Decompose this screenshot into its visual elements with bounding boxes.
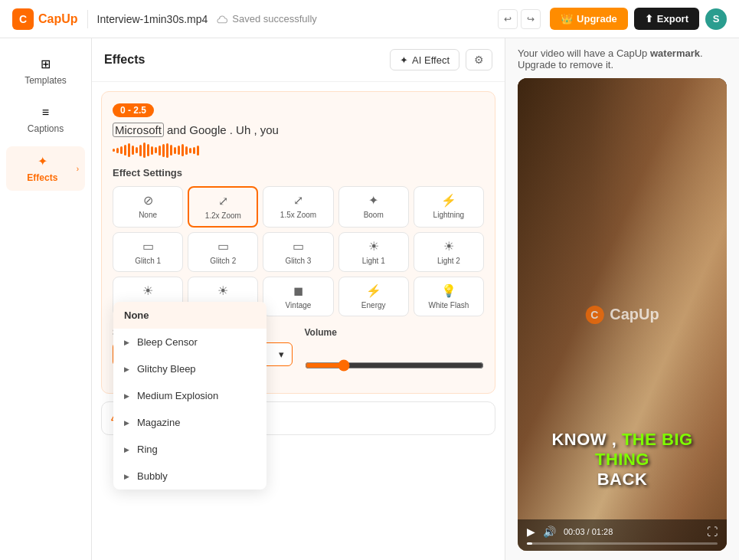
logo-icon: C — [12, 8, 34, 30]
audio-bar — [170, 145, 172, 156]
sound-select[interactable]: None ▾ — [113, 342, 293, 366]
sound-section: Sound Effects None ▾ — [113, 327, 293, 366]
effect-item-whiteflash[interactable]: 💡 White Flash — [414, 277, 484, 316]
effect-item-light4[interactable]: ☀ Light 4 — [188, 277, 258, 316]
audio-bar — [143, 142, 146, 158]
effect-icon-glitch3: ▭ — [293, 239, 304, 254]
effect-item-glitch2[interactable]: ▭ Glitch 2 — [188, 232, 258, 272]
effect-item-vintage[interactable]: ◼ Vintage — [263, 277, 333, 316]
audio-bar — [159, 146, 161, 156]
effect-card-2: 4.28 - 6.57 — [101, 401, 495, 435]
fullscreen-button[interactable]: ⛶ — [707, 526, 718, 538]
sound-effects-label: Sound Effects — [113, 327, 293, 338]
undo-button[interactable]: ↩ — [498, 9, 518, 29]
volume-label: Volume — [305, 327, 485, 338]
effect-item-light2[interactable]: ☀ Light 2 — [414, 232, 484, 272]
current-time: 00:03 — [564, 527, 585, 536]
effect-item-boom[interactable]: ✦ Boom — [338, 186, 409, 228]
panel-content: 0 - 2.5 Microsoft and Google . Uh , you … — [92, 82, 505, 560]
selected-sound: None — [121, 349, 145, 360]
audio-bar — [120, 146, 123, 154]
panel-actions: ✦ AI Effect ⚙ — [390, 49, 492, 70]
effect-label-whiteflash: White Flash — [428, 301, 469, 309]
audio-bar — [155, 147, 157, 153]
effect-item-energy[interactable]: ⚡ Energy — [338, 277, 409, 316]
audio-bar — [181, 144, 184, 156]
effect-label-vintage: Vintage — [286, 301, 312, 309]
audio-bar — [139, 145, 142, 156]
effect-label-boom: Boom — [364, 211, 384, 219]
sidebar: ⊞ Templates ≡ Captions ✦ Effects › — [0, 38, 92, 560]
upgrade-button[interactable]: 👑 Upgrade — [550, 8, 628, 30]
sparkle-icon: ✦ — [400, 54, 408, 66]
redo-button[interactable]: ↪ — [521, 9, 541, 29]
effect-item-light3[interactable]: ☀ Light 3 — [113, 277, 183, 316]
play-button[interactable]: ▶ — [527, 526, 535, 538]
audio-bar — [147, 144, 149, 156]
effect-label-light3: Light 3 — [136, 301, 159, 309]
sidebar-item-templates[interactable]: ⊞ Templates — [6, 49, 85, 93]
crown-icon: 👑 — [561, 13, 573, 25]
effect-icon-vintage: ◼ — [293, 283, 303, 298]
settings-button[interactable]: ⚙ — [466, 49, 492, 70]
total-time: 01:28 — [592, 527, 613, 536]
audio-bar — [151, 146, 153, 155]
effect-icon-zoom15: ⤢ — [293, 193, 303, 208]
watermark-logo-icon: C — [585, 306, 603, 324]
captions-icon: ≡ — [42, 106, 49, 120]
audio-bar — [124, 145, 126, 156]
effect-item-glitch3[interactable]: ▭ Glitch 3 — [263, 232, 333, 272]
effects-panel: Effects ✦ AI Effect ⚙ 0 - 2.5 Microsoft … — [92, 38, 505, 560]
effect-settings-title: Effect Settings — [113, 167, 484, 178]
export-button[interactable]: ⬆ Export — [634, 8, 699, 30]
effect-item-glitch1[interactable]: ▭ Glitch 1 — [113, 232, 183, 272]
sidebar-label-templates: Templates — [25, 75, 67, 86]
effect-item-zoom15[interactable]: ⤢ 1.5x Zoom — [263, 186, 333, 228]
saved-status: Saved successfully — [217, 13, 489, 25]
effects-arrow-icon: › — [77, 165, 79, 173]
effect-label-light1: Light 1 — [362, 257, 385, 265]
file-name: Interview-1min30s.mp4 — [97, 13, 208, 25]
effects-grid: ⊘ None ⤢ 1.2x Zoom ⤢ 1.5x Zoom ✦ Boom ⚡ … — [113, 186, 484, 316]
effect-icon-glitch1: ▭ — [142, 239, 154, 254]
effect-item-zoom12[interactable]: ⤢ 1.2x Zoom — [188, 186, 258, 228]
effect-icon-light3: ☀ — [142, 283, 153, 298]
effect-icon-glitch2: ▭ — [217, 239, 229, 254]
effect-label-lightning: Lightning — [433, 211, 465, 219]
subtitle-line-1: KNOW , THE BIG THING — [525, 430, 719, 470]
effect-label-light4: Light 4 — [211, 301, 234, 309]
sound-volume-row: Sound Effects None ▾ Volume — [113, 327, 484, 375]
audio-bar — [193, 147, 195, 154]
effect-icon-zoom12: ⤢ — [218, 194, 228, 208]
undo-redo-group: ↩ ↪ — [498, 9, 541, 29]
audio-bar — [174, 147, 176, 154]
video-background: C CapUp KNOW , THE BIG THING BACK ▶ 🔊 — [518, 78, 727, 551]
time-badge-1: 0 - 2.5 — [113, 103, 154, 117]
watermark-brand-text: CapUp — [610, 306, 659, 323]
progress-fill — [527, 542, 532, 545]
effect-item-none[interactable]: ⊘ None — [113, 186, 183, 228]
volume-slider[interactable] — [305, 359, 485, 372]
volume-button[interactable]: 🔊 — [543, 526, 556, 538]
effect-item-lightning[interactable]: ⚡ Lightning — [414, 186, 484, 228]
avatar: S — [705, 8, 727, 30]
effect-icon-light2: ☀ — [443, 239, 454, 254]
effect-icon-boom: ✦ — [368, 193, 378, 208]
export-icon: ⬆ — [645, 13, 653, 25]
progress-bar[interactable] — [527, 542, 718, 545]
sidebar-item-effects[interactable]: ✦ Effects › — [6, 146, 85, 191]
audio-bar — [185, 146, 188, 155]
ai-effect-button[interactable]: ✦ AI Effect — [390, 49, 459, 70]
effect-icon-energy: ⚡ — [366, 283, 381, 298]
audio-bar — [197, 146, 199, 156]
sidebar-item-captions[interactable]: ≡ Captions — [6, 98, 85, 142]
logo: C CapUp — [12, 8, 78, 30]
sidebar-label-captions: Captions — [28, 123, 64, 134]
capup-watermark: C CapUp — [585, 306, 659, 324]
header-actions: 👑 Upgrade ⬆ Export S — [550, 8, 727, 30]
header-divider — [87, 10, 88, 28]
audio-bar — [136, 147, 138, 153]
saved-text: Saved successfully — [232, 13, 317, 25]
effect-label-glitch1: Glitch 1 — [135, 257, 161, 265]
effect-item-light1[interactable]: ☀ Light 1 — [338, 232, 409, 272]
